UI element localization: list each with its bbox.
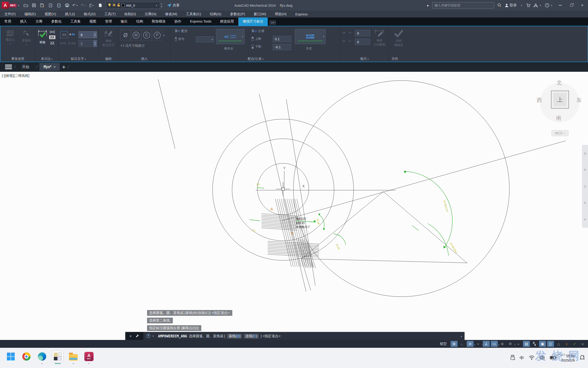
viewcube-east[interactable]: 东 (576, 97, 582, 104)
viewcube-north[interactable]: 北 (556, 79, 562, 86)
model-space-button[interactable]: 模型 (440, 342, 447, 346)
nav-more-icon[interactable]: ▾ (584, 218, 586, 221)
workspace-button[interactable]: ▚ (531, 341, 538, 347)
layer-dropdown[interactable]: AM_0 ▾ (106, 2, 160, 9)
tab-manage[interactable]: 管理 (101, 18, 116, 26)
m-symbol-button[interactable]: M (131, 30, 141, 40)
stepper-arrows-icon[interactable]: ▲▼ (93, 31, 97, 38)
drawing-area[interactable]: 22.0821747 22.4617047 22.08 22.46 2.5 2.… (0, 72, 588, 340)
isometric-toggle[interactable]: ×▾ (475, 341, 482, 347)
volume-icon[interactable] (539, 355, 545, 361)
tab-parametric[interactable]: 参数化 (47, 18, 66, 26)
annotation-scale-button[interactable]: △ (555, 341, 562, 347)
tab-view[interactable]: 视图 (85, 18, 101, 26)
close-button[interactable]: × (578, 2, 586, 9)
isolate-objects-button[interactable]: I (563, 341, 570, 347)
menu-edit[interactable]: 编辑(E) (20, 12, 40, 16)
copy-from-button[interactable]: 复制自▾ (19, 30, 34, 46)
lock-ui-toggle[interactable]: ▣ (539, 341, 546, 347)
screenshot-app-icon[interactable] (53, 351, 63, 362)
option-continue-chip[interactable]: 连续(C) (244, 334, 259, 339)
search-input[interactable] (432, 2, 494, 9)
restore-button[interactable] (567, 2, 575, 9)
tolerance-method-preview[interactable]: 60.010059.9990 ▾ (295, 29, 325, 44)
tab-start[interactable]: 开始 (18, 63, 34, 71)
nav-orbit-icon[interactable]: ↻ (584, 201, 586, 205)
predefined-button[interactable]: ØXXMMC 预定义▾ (3, 30, 18, 45)
inspection-button[interactable]: 检验 (36, 29, 48, 44)
menu-modify[interactable]: 修改(M) (161, 12, 182, 16)
menu-structure[interactable]: 结构(S) (205, 12, 226, 16)
wrap-dimension-button[interactable]: X A 沿尺寸线换行 (121, 44, 145, 48)
lineweight-toggle[interactable]: ≣ (499, 341, 506, 347)
nav-wheel-icon[interactable]: ◎ (584, 151, 586, 155)
recent-commands-icon[interactable]: ▾ (153, 335, 156, 338)
menu-annotate[interactable]: 注释(N) (140, 12, 161, 16)
command-expand-icon[interactable]: ▴ (461, 335, 464, 338)
navigation-bar[interactable]: ◎ ✛ ⊙ ↻ ▾ (582, 145, 588, 228)
alt-units-button[interactable]: [XX] (60, 41, 66, 45)
tab-insert[interactable]: 插入 (16, 18, 31, 26)
osnap-tracking-toggle[interactable]: ∠ (483, 341, 490, 347)
edit-dim-text-button[interactable]: A 编辑标注文字 (100, 29, 116, 47)
p-symbol-button[interactable]: P (152, 30, 162, 40)
fit-symbol-dropdown[interactable]: ▾ (196, 36, 214, 42)
edit-geometry-button[interactable]: 编辑几何图形 (372, 29, 387, 47)
menu-file[interactable]: 文件(F) (0, 12, 20, 16)
menu-express[interactable]: Express (291, 12, 312, 16)
tab-document[interactable]: ffyx* × (39, 63, 60, 71)
open-from-web-icon[interactable] (48, 3, 53, 8)
crosshair-button[interactable]: + (515, 341, 522, 347)
autodesk-logo-icon[interactable]: ▾ (534, 3, 542, 7)
graphics-performance-button[interactable]: ✓ (571, 341, 578, 347)
file-tabs-menu-icon[interactable] (5, 65, 12, 69)
format-value-1-input[interactable]: 0 (355, 30, 370, 36)
viewport-controls[interactable]: [-][俯视][二维线框] (2, 74, 29, 78)
layer-list-expand-icon[interactable]: ▾▾ (161, 3, 162, 8)
redo-button[interactable]: ↷▾ (81, 3, 86, 8)
close-editor-button[interactable]: 关闭编辑器 (391, 29, 407, 47)
expand-search-icon[interactable]: ▸ (427, 3, 429, 8)
tab-power-dimensioning[interactable]: 增强尺寸标注 (238, 18, 268, 26)
ime-indicator[interactable]: 中 (520, 355, 524, 361)
format-icon-1[interactable]: x⇄ (342, 31, 346, 34)
polar-tracking-toggle[interactable]: ⊘▾ (467, 341, 474, 347)
open-icon[interactable] (23, 3, 28, 8)
plot-icon[interactable] (65, 3, 70, 8)
viewcube[interactable]: 北 西 上 东 南 WCS▽ (535, 81, 580, 141)
cancel-command-icon[interactable]: × (130, 334, 132, 338)
highlight-option[interactable]: XX (49, 36, 55, 39)
dynamic-input-toggle[interactable]: ▭▾ (491, 341, 498, 347)
menu-parametric[interactable]: 参数化(P) (226, 12, 249, 16)
selection-cycling-toggle[interactable]: ▤ (523, 341, 530, 347)
clock[interactable]: 10:56 2025/2/9 (561, 354, 575, 362)
usb-icon[interactable] (510, 355, 515, 362)
e-symbol-button[interactable]: E (141, 30, 152, 40)
format-value-2-input[interactable]: 0 (355, 39, 370, 45)
tab-annotate[interactable]: 注释 (31, 18, 47, 26)
app-store-cart-icon[interactable] (526, 3, 530, 7)
chevron-down-icon[interactable]: ▾ (156, 4, 157, 7)
chrome-icon[interactable] (21, 351, 32, 362)
signin-button[interactable]: 登录 (505, 3, 517, 8)
edge-icon[interactable] (37, 351, 47, 362)
stepper-arrows-icon[interactable]: ▲▼ (93, 40, 97, 47)
menu-insert[interactable]: 插入(I) (61, 12, 79, 16)
autocad-taskbar-icon[interactable]: AMEC (84, 351, 94, 362)
layer-on-bulb-icon[interactable] (108, 3, 111, 8)
tab-home[interactable]: 常用 (0, 18, 16, 26)
ribbon-collapse-button[interactable]: ▴ ▾ (270, 20, 276, 25)
app-menu-button[interactable]: A MEC ▾ (2, 2, 20, 9)
diameter-symbol-button[interactable]: Ø (120, 30, 131, 40)
menu-toolsets[interactable]: 工具集(C) (182, 12, 205, 16)
layer-color-swatch[interactable] (122, 4, 124, 7)
layer-unlock-icon[interactable] (117, 3, 120, 8)
search-icon[interactable] (498, 3, 502, 7)
customization-menu-button[interactable]: ≡ (579, 341, 586, 347)
settings-gear-button[interactable]: ⚙▾ (507, 341, 514, 347)
new-sheet-icon[interactable] (98, 3, 103, 8)
command-line[interactable]: × ▾ AMPOWERDIM_ANG 选择圆弧、圆、直线或 [ 基线(B) 连续… (125, 332, 465, 340)
alt-decimal-button[interactable]: [x.xx] (69, 41, 75, 45)
tab-featured-apps[interactable]: 精选应用 (216, 18, 238, 26)
nav-pan-icon[interactable]: ✛ (584, 168, 586, 172)
